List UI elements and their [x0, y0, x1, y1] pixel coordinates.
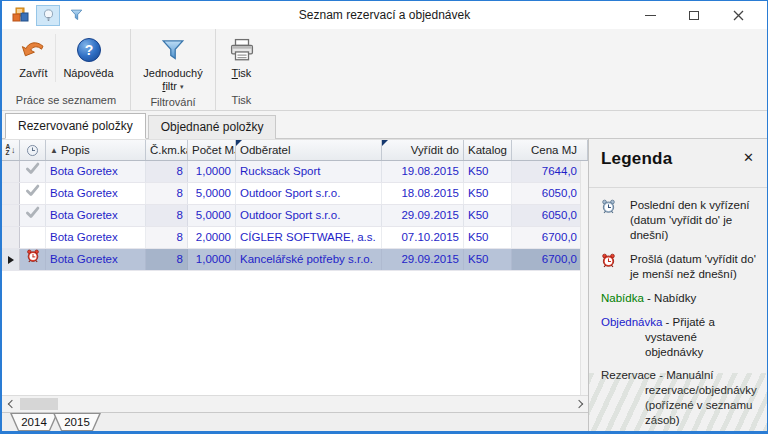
lightbulb-icon	[41, 8, 56, 23]
vertical-scrollbar[interactable]	[580, 161, 588, 395]
close-list-label: Zavřít	[19, 67, 47, 80]
header-odberatel[interactable]: Odběratel	[236, 140, 382, 160]
close-list-button[interactable]: Zavřít	[11, 34, 55, 82]
header-cena-mj[interactable]: Cena MJ	[512, 140, 588, 160]
cell-vyridit-do: 19.08.2015	[382, 161, 464, 182]
print-label: Tisk	[232, 67, 252, 80]
cell-odberatel: CÍGLER SOFTWARE, a.s.	[236, 227, 382, 248]
cell-katalog: K50	[464, 227, 512, 248]
cell-vyridit-do: 07.10.2015	[382, 227, 464, 248]
quick-filter-button[interactable]	[64, 5, 88, 26]
dropdown-caret-icon: ▾	[180, 83, 184, 90]
close-button[interactable]	[723, 5, 753, 25]
row-status-cell	[20, 183, 46, 204]
legend-item: Objednávka - Přijaté a vystavené objedná…	[601, 315, 757, 360]
cell-odberatel: Rucksack Sport	[236, 161, 382, 182]
row-selector-cell	[2, 205, 20, 226]
scroll-left-icon[interactable]	[2, 396, 19, 412]
legend-toggle-button[interactable]	[36, 5, 60, 26]
app-window: Seznam rezervací a objednávek Zavřít	[0, 0, 768, 434]
maximize-button[interactable]	[679, 5, 709, 25]
ribbon-group-list: Zavřít ? Nápověda Práce se seznamem	[2, 29, 130, 110]
minimize-button[interactable]	[635, 5, 665, 25]
legend-item-text: Poslední den k vyřízení (datum 'vyřídit …	[630, 198, 757, 243]
sort-asc-icon: ▲	[50, 146, 58, 155]
horizontal-scrollbar[interactable]	[2, 395, 588, 412]
ribbon-group-print: Tisk Tisk	[215, 29, 267, 110]
simple-filter-button[interactable]: Jednoduchý filtr ▾	[136, 34, 209, 95]
legend-item: Nabídka - Nabídky	[601, 291, 757, 306]
data-grid: AZ↓ ▲Popis Č.km.karty Počet MJ Odběratel…	[2, 139, 588, 395]
cell-pocet-mj: 5,0000	[188, 183, 236, 204]
cell-popis: Bota Goretex	[46, 227, 146, 248]
cell-ckm-karty: 8	[146, 227, 188, 248]
legend-close-icon[interactable]: ✕	[740, 149, 757, 166]
header-vyridit-do[interactable]: Vyřídit do	[382, 140, 464, 160]
table-row[interactable]: Bota Goretex85,0000Outdoor Sport s.r.o.1…	[2, 183, 588, 205]
cell-vyridit-do: 29.09.2015	[382, 205, 464, 226]
cell-ckm-karty: 8	[146, 161, 188, 182]
legend-item-term: Nabídka	[601, 292, 644, 304]
scroll-right-icon[interactable]	[571, 396, 588, 412]
header-popis[interactable]: ▲Popis	[46, 140, 146, 160]
cell-odberatel: Outdoor Sport s.r.o.	[236, 183, 382, 204]
grid-header-row: AZ↓ ▲Popis Č.km.karty Počet MJ Odběratel…	[2, 140, 588, 161]
header-pocet-mj[interactable]: Počet MJ	[188, 140, 236, 160]
table-row[interactable]: Bota Goretex81,0000Rucksack Sport19.08.2…	[2, 161, 588, 183]
legend-item-term: Rezervace	[601, 369, 656, 381]
row-status-cell	[20, 205, 46, 226]
ribbon: Zavřít ? Nápověda Práce se seznamem	[2, 29, 767, 111]
row-selector-cell	[2, 161, 20, 182]
funnel-icon	[69, 8, 84, 22]
cell-katalog: K50	[464, 249, 512, 270]
cell-ckm-karty: 8	[146, 249, 188, 270]
sort-header-cell[interactable]: AZ↓	[2, 140, 20, 160]
done-check-icon	[25, 183, 40, 204]
done-check-icon	[25, 205, 40, 226]
scrollbar-track[interactable]	[19, 396, 571, 412]
table-row[interactable]: Bota Goretex82,0000CÍGLER SOFTWARE, a.s.…	[2, 227, 588, 249]
print-button[interactable]: Tisk	[220, 34, 264, 82]
legend-title: Legenda	[601, 149, 672, 169]
cell-pocet-mj: 5,0000	[188, 205, 236, 226]
ribbon-group-label: Filtrování	[131, 95, 215, 110]
legend-items: Poslední den k vyřízení (datum 'vyřídit …	[601, 198, 757, 431]
year-tab-2015[interactable]: 2015	[53, 413, 101, 431]
legend-item-text: - Nabídky	[647, 292, 696, 304]
header-ckm-karty[interactable]: Č.km.karty	[146, 140, 188, 160]
row-status-cell	[20, 249, 46, 270]
cell-ckm-karty: 8	[146, 205, 188, 226]
row-status-cell	[20, 161, 46, 182]
status-header-cell[interactable]	[20, 140, 46, 160]
legend-item: Prošlá (datum 'vyřídit do' je menší než …	[601, 252, 757, 282]
ribbon-group-label: Práce se seznamem	[2, 93, 130, 110]
printer-icon	[229, 36, 255, 64]
table-row[interactable]: Bota Goretex85,0000Outdoor Sport s.r.o.2…	[2, 205, 588, 227]
tab-reserved-items[interactable]: Rezervované položky	[5, 113, 146, 139]
row-selector-cell	[2, 249, 20, 270]
cell-cena-mj: 6050,0	[512, 183, 588, 204]
app-logo-icon	[8, 5, 32, 26]
grid-body: Bota Goretex81,0000Rucksack Sport19.08.2…	[2, 161, 588, 271]
legend-separator	[589, 187, 767, 188]
cell-cena-mj: 6700,0	[512, 227, 588, 248]
ribbon-group-label: Tisk	[216, 93, 267, 110]
cell-pocet-mj: 1,0000	[188, 249, 236, 270]
cell-cena-mj: 6050,0	[512, 205, 588, 226]
legend-panel: Legenda ✕ Poslední den k vyřízení (datum…	[588, 139, 767, 431]
tab-ordered-items[interactable]: Objednané položky	[148, 115, 277, 139]
cell-vyridit-do: 18.08.2015	[382, 183, 464, 204]
cell-odberatel: Outdoor Sport s.r.o.	[236, 205, 382, 226]
scrollbar-thumb[interactable]	[20, 398, 58, 410]
help-label: Nápověda	[63, 67, 113, 80]
cell-vyridit-do: 29.09.2015	[382, 249, 464, 270]
year-tab-2014[interactable]: 2014	[10, 413, 58, 431]
title-bar: Seznam rezervací a objednávek	[2, 1, 767, 29]
sort-arrow-icon: ↓	[11, 140, 16, 160]
cell-cena-mj: 6700,0	[512, 249, 588, 270]
svg-text:?: ?	[84, 42, 93, 58]
cell-pocet-mj: 2,0000	[188, 227, 236, 248]
help-button[interactable]: ? Nápověda	[55, 34, 120, 82]
header-katalog[interactable]: Katalog	[464, 140, 512, 160]
table-row[interactable]: Bota Goretex81,0000Kancelářské potřeby s…	[2, 249, 588, 271]
